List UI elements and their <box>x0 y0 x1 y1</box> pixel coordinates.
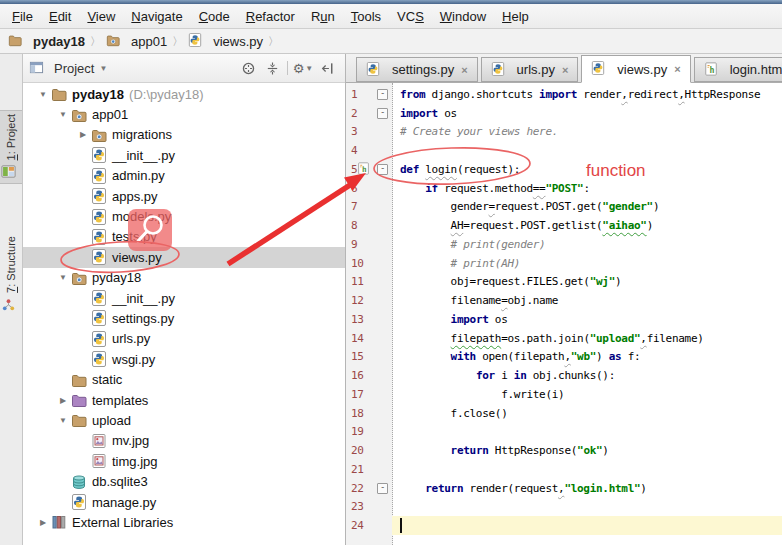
tab-login.html[interactable]: hlogin.html× <box>694 57 782 82</box>
code-line-2[interactable]: 2import os <box>346 104 782 123</box>
tab-views.py[interactable]: views.py× <box>581 55 690 83</box>
chevron-down-icon[interactable]: ▼ <box>99 64 107 73</box>
fold-marker[interactable]: - <box>377 89 388 100</box>
expand-arrow-icon[interactable]: ▼ <box>35 90 51 99</box>
toolwindow-tab-structure[interactable]: 7: Structure <box>0 236 22 313</box>
menu-refactor[interactable]: Refactor <box>238 7 303 26</box>
code-text[interactable] <box>392 516 782 535</box>
tree-item-pyday18[interactable]: ▼pyday18 <box>23 268 345 288</box>
code-text[interactable]: from django.shortcuts import render,redi… <box>392 85 782 104</box>
code-line-22[interactable]: 22 return render(request,"login.html") <box>346 479 782 498</box>
code-text[interactable]: filename=obj.name <box>392 291 782 310</box>
tree-item-__init__.py[interactable]: __init__.py <box>23 288 345 308</box>
tree-item-app01[interactable]: ▼app01 <box>23 104 345 124</box>
code-line-13[interactable]: 13 import os <box>346 310 782 329</box>
menu-window[interactable]: Window <box>432 7 494 26</box>
code-text[interactable]: def login(request): <box>392 160 782 179</box>
menu-tools[interactable]: Tools <box>343 7 389 26</box>
code-text[interactable]: # print(AH) <box>392 254 782 273</box>
tree-item-db.sqlite3[interactable]: db.sqlite3 <box>23 471 345 491</box>
menu-help[interactable]: Help <box>494 7 537 26</box>
code-text[interactable]: f.write(i) <box>392 385 782 404</box>
code-text[interactable]: # Create your views here. <box>392 123 782 142</box>
code-text[interactable]: AH=request.POST.getlist("aihao") <box>392 216 782 235</box>
code-line-15[interactable]: 15 with open(filepath,"wb") as f: <box>346 348 782 367</box>
tree-item-models.py[interactable]: models.py <box>23 206 345 226</box>
code-line-12[interactable]: 12 filename=obj.name <box>346 291 782 310</box>
menu-code[interactable]: Code <box>191 7 238 26</box>
code-line-7[interactable]: 7 gender=request.POST.get("gender") <box>346 198 782 217</box>
code-text[interactable] <box>392 498 782 517</box>
code-line-5[interactable]: 5def login(request): <box>346 160 782 179</box>
expand-arrow-icon[interactable]: ▼ <box>55 416 71 425</box>
tree-item-mv.jpg[interactable]: mv.jpg <box>23 431 345 451</box>
fold-marker[interactable]: - <box>377 164 388 175</box>
hide-panel-icon[interactable] <box>315 59 339 77</box>
fold-marker[interactable]: - <box>377 108 388 119</box>
breadcrumb-app01[interactable]: app01 <box>106 33 167 49</box>
expand-arrow-icon[interactable]: ▶ <box>55 396 71 405</box>
code-line-8[interactable]: 8 AH=request.POST.getlist("aihao") <box>346 216 782 235</box>
menu-vcs[interactable]: VCS <box>389 7 432 26</box>
tree-item-views.py[interactable]: views.py <box>23 247 345 267</box>
tree-item-static[interactable]: static <box>23 369 345 389</box>
code-line-20[interactable]: 20 return HttpResponse("ok") <box>346 441 782 460</box>
fold-marker[interactable]: - <box>377 483 388 494</box>
toolwindow-tab-project[interactable]: 1: Project <box>0 110 22 184</box>
code-line-19[interactable]: 19 <box>346 423 782 442</box>
code-text[interactable]: # print(gender) <box>392 235 782 254</box>
code-text[interactable]: f.close() <box>392 404 782 423</box>
tree-item-timg.jpg[interactable]: timg.jpg <box>23 451 345 471</box>
tree-item-upload[interactable]: ▼upload <box>23 410 345 430</box>
code-text[interactable]: return render(request,"login.html") <box>392 479 782 498</box>
code-line-1[interactable]: 1from django.shortcuts import render,red… <box>346 85 782 104</box>
code-text[interactable]: return HttpResponse("ok") <box>392 441 782 460</box>
menu-navigate[interactable]: Navigate <box>123 7 190 26</box>
gutter-goto-template[interactable]: h <box>357 162 378 178</box>
close-icon[interactable]: × <box>674 63 680 75</box>
collapse-all-icon[interactable] <box>260 59 284 77</box>
breadcrumb-views.py[interactable]: views.py <box>188 33 263 49</box>
tree-item-apps.py[interactable]: apps.py <box>23 186 345 206</box>
tab-settings.py[interactable]: settings.py× <box>356 57 478 82</box>
code-text[interactable]: for i in obj.chunks(): <box>392 366 782 385</box>
tree-item-templates[interactable]: ▶templates <box>23 390 345 410</box>
tree-item-External Libraries[interactable]: ▶External Libraries <box>23 512 345 532</box>
code-line-3[interactable]: 3# Create your views here. <box>346 123 782 142</box>
tab-urls.py[interactable]: urls.py× <box>481 57 579 82</box>
tree-item-admin.py[interactable]: admin.py <box>23 166 345 186</box>
tree-item-urls.py[interactable]: urls.py <box>23 329 345 349</box>
code-text[interactable] <box>392 423 782 442</box>
gear-icon[interactable]: ⚙▼ <box>291 59 315 77</box>
close-icon[interactable]: × <box>461 64 467 76</box>
code-text[interactable]: if request.method=="POST": <box>392 179 782 198</box>
expand-arrow-icon[interactable]: ▼ <box>55 273 71 282</box>
code-text[interactable]: gender=request.POST.get("gender") <box>392 198 782 217</box>
expand-arrow-icon[interactable]: ▼ <box>55 110 71 119</box>
code-line-14[interactable]: 14 filepath=os.path.join("upload",filena… <box>346 329 782 348</box>
code-line-16[interactable]: 16 for i in obj.chunks(): <box>346 366 782 385</box>
menu-run[interactable]: Run <box>303 7 343 26</box>
code-line-4[interactable]: 4 <box>346 141 782 160</box>
breadcrumb-pyday18[interactable]: pyday18 <box>8 33 85 49</box>
code-line-17[interactable]: 17 f.write(i) <box>346 385 782 404</box>
code-line-11[interactable]: 11 obj=request.FILES.get("wj") <box>346 273 782 292</box>
code-line-9[interactable]: 9 # print(gender) <box>346 235 782 254</box>
code-line-21[interactable]: 21 <box>346 460 782 479</box>
menu-file[interactable]: File <box>4 7 41 26</box>
code-text[interactable]: filepath=os.path.join("upload",filename) <box>392 329 782 348</box>
code-text[interactable] <box>392 460 782 479</box>
code-line-24[interactable]: 24 <box>346 516 782 535</box>
tree-item-__init__.py[interactable]: __init__.py <box>23 145 345 165</box>
tree-item-migrations[interactable]: ▶migrations <box>23 125 345 145</box>
menu-view[interactable]: View <box>79 7 123 26</box>
code-text[interactable]: with open(filepath,"wb") as f: <box>392 348 782 367</box>
close-icon[interactable]: × <box>562 64 568 76</box>
code-text[interactable]: import os <box>392 310 782 329</box>
tree-item-wsgi.py[interactable]: wsgi.py <box>23 349 345 369</box>
code-text[interactable]: import os <box>392 104 782 123</box>
code-editor[interactable]: 1from django.shortcuts import render,red… <box>346 83 782 545</box>
tree-item-settings.py[interactable]: settings.py <box>23 308 345 328</box>
locate-icon[interactable] <box>236 59 260 77</box>
code-line-23[interactable]: 23 <box>346 498 782 517</box>
